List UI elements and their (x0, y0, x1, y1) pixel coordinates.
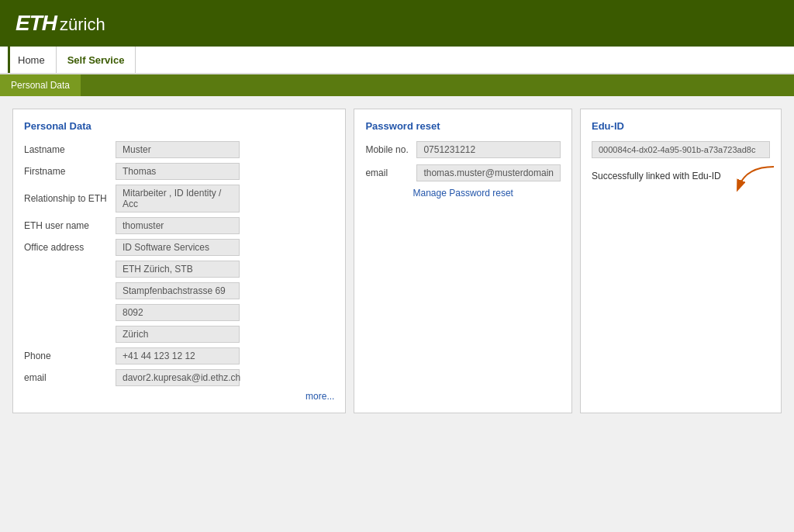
pw-email-label: email (365, 168, 412, 178)
firstname-row: Firstname Thomas (24, 163, 334, 180)
email-row: email davor2.kupresak@id.ethz.ch (24, 369, 334, 386)
mobile-row: Mobile no. 0751231212 (365, 141, 561, 158)
eduid-id-value: 000084c4-dx02-4a95-901b-a73a723ad8c (592, 141, 770, 158)
eth-logo-regular: zürich (60, 15, 105, 35)
office-line-1: ID Software Services (116, 239, 240, 256)
eth-username-label: ETH user name (24, 220, 109, 231)
main-content: Personal Data Lastname Muster Firstname … (0, 96, 794, 426)
more-link[interactable]: more... (24, 391, 334, 402)
office-line-3: Stampfenbachstrasse 69 (116, 282, 240, 299)
subnav-personal-data[interactable]: Personal Data (0, 74, 81, 96)
personal-data-title: Personal Data (24, 120, 334, 132)
arrow-icon (731, 163, 778, 202)
lastname-row: Lastname Muster (24, 141, 334, 158)
office-address-label: Office address (24, 242, 109, 253)
email-value: davor2.kupresak@id.ethz.ch (116, 369, 240, 386)
relationship-row: Relationship to ETH Mitarbeiter , ID Ide… (24, 185, 334, 212)
lastname-value: Muster (116, 141, 240, 158)
lastname-label: Lastname (24, 144, 109, 155)
office-line-5: Zürich (116, 326, 240, 343)
relationship-label: Relationship to ETH (24, 193, 109, 204)
password-reset-title: Password reset (365, 120, 561, 132)
pw-email-row: email thomas.muster@musterdomain (365, 164, 561, 181)
eth-logo-bold: ETH (16, 11, 57, 36)
office-line-2: ETH Zürich, STB (116, 261, 240, 278)
office-line-4: 8092 (116, 304, 240, 321)
firstname-label: Firstname (24, 166, 109, 177)
nav-self-service[interactable]: Self Service (57, 47, 136, 73)
subnav: Personal Data (0, 74, 794, 96)
firstname-value: Thomas (116, 163, 240, 180)
pw-email-value: thomas.muster@musterdomain (416, 164, 561, 181)
eduid-panel: Edu-ID 000084c4-dx02-4a95-901b-a73a723ad… (580, 109, 782, 413)
phone-row: Phone +41 44 123 12 12 (24, 347, 334, 364)
relationship-value: Mitarbeiter , ID Identity / Acc (116, 185, 240, 212)
phone-value: +41 44 123 12 12 (116, 347, 240, 364)
eduid-success-text: Successfully linked with Edu-ID (592, 171, 721, 181)
email-label: email (24, 372, 109, 383)
nav-home[interactable]: Home (8, 47, 57, 73)
phone-label: Phone (24, 351, 109, 361)
eduid-title: Edu-ID (592, 120, 770, 132)
manage-password-link[interactable]: Manage Password reset (365, 188, 561, 199)
mobile-value: 0751231212 (416, 141, 561, 158)
eth-username-row: ETH user name thomuster (24, 217, 334, 234)
eth-logo: ETH zürich (16, 11, 105, 36)
header: ETH zürich (0, 0, 794, 47)
mobile-label: Mobile no. (365, 144, 412, 155)
personal-data-panel: Personal Data Lastname Muster Firstname … (12, 109, 346, 413)
navbar: Home Self Service (0, 47, 794, 74)
office-address-row: Office address ID Software Services (24, 239, 334, 256)
password-reset-panel: Password reset Mobile no. 0751231212 ema… (354, 109, 572, 413)
eth-username-value: thomuster (116, 217, 240, 234)
